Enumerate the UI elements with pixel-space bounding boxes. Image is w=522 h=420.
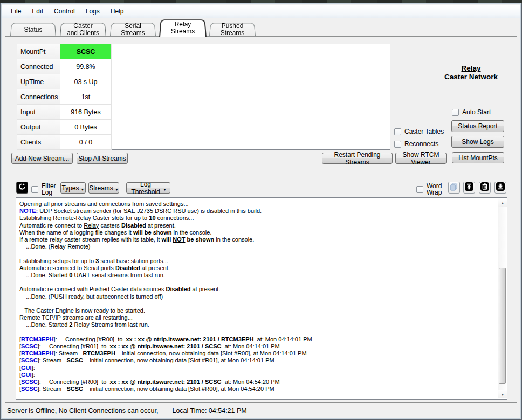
log-line: Opening all prior streams and connection… — [19, 201, 495, 208]
restart-pending-streams-button[interactable]: Restart Pending Streams — [322, 153, 393, 164]
row-label-cell: Clients — [17, 135, 60, 150]
tab-pushed-streams[interactable]: PushedStreams — [209, 22, 256, 37]
filter-log-checkbox[interactable]: Filter Log — [31, 183, 56, 196]
log-line: [RTCM3EPH]: Stream RTCM3EPH initial conn… — [19, 350, 495, 357]
checkbox-box[interactable] — [31, 186, 38, 193]
mountpt-value-cell[interactable]: SCSC — [60, 44, 112, 59]
log-line: [SCSC]: Stream SCSC initial connection, … — [19, 357, 495, 364]
menu-item-edit[interactable]: Edit — [26, 6, 49, 17]
table-row: Input916 Bytes — [17, 105, 390, 120]
tab-caster-and-clients[interactable]: Casterand Clients — [60, 22, 106, 37]
scrollbar-down-arrow-icon[interactable]: ▼ — [498, 390, 507, 398]
menu-item-file[interactable]: File — [5, 6, 26, 17]
table-row: Connected99.8% — [17, 59, 390, 74]
menu-item-help[interactable]: Help — [105, 6, 129, 17]
tab-label: Status — [24, 26, 42, 33]
log-line: If a remote-relay caster stream replies … — [19, 236, 495, 243]
checkbox-box[interactable] — [394, 128, 401, 135]
chevron-down-icon: ▼ — [115, 188, 119, 191]
reconnects-checkbox[interactable]: Reconnects — [394, 140, 438, 148]
menu-bar: File Edit Control Logs Help — [2, 5, 520, 18]
copy-log-button[interactable] — [448, 182, 460, 194]
log-line: NOTE: UDP Socket stream sender (for SAE … — [19, 208, 495, 215]
relay-title-line2: Caster Network — [427, 73, 516, 81]
show-logs-button[interactable]: Show Logs — [451, 136, 504, 148]
row-label-cell: Connected — [17, 59, 60, 74]
toolbar-separator — [123, 180, 123, 195]
chevron-down-icon: ▼ — [81, 188, 85, 191]
tab-status[interactable]: Status — [10, 22, 56, 37]
log-line: ...Done. Started 2 Relay Streams from la… — [19, 321, 495, 328]
checkbox-box[interactable] — [394, 141, 401, 148]
stop-all-streams-button[interactable]: Stop All Streams — [77, 153, 128, 164]
relay-network-title: Relay Caster Network — [427, 64, 516, 81]
scroll-bottom-button[interactable] — [494, 182, 506, 194]
status-report-button[interactable]: Status Report — [451, 120, 504, 132]
log-line: Automatic re-connect to Relay casters Di… — [19, 222, 495, 229]
list-mountpts-button[interactable]: List MountPts — [452, 152, 504, 163]
app-window: File Edit Control Logs Help Status Caste… — [0, 3, 522, 420]
status-bar: Server is Offline, No Client Connections… — [3, 404, 519, 417]
types-dropdown[interactable]: Types ▼ — [60, 182, 86, 194]
table-row: Clients0 / 0 — [17, 135, 390, 150]
arrow-down-icon — [496, 182, 505, 193]
log-line — [19, 250, 495, 257]
log-threshold-label: Log Threshold — [130, 181, 161, 196]
log-line — [19, 279, 495, 286]
log-line: [RTCM3EPH]: Connecting [#R00] to xx : xx… — [19, 336, 495, 343]
word-wrap-label-line2: Wrap — [427, 189, 442, 196]
log-line: ...Done. Started 0 UART serial streams f… — [19, 272, 495, 279]
trash-icon — [480, 182, 489, 193]
log-line: The Caster Engine is now ready to be sta… — [19, 307, 495, 314]
tab-label: Streams — [171, 28, 195, 35]
word-wrap-label: Word Wrap — [427, 183, 442, 196]
log-line: [SCSC]: Stream SCSC initial connection, … — [19, 385, 495, 393]
caster-tables-checkbox[interactable]: Caster Tables — [394, 128, 444, 135]
restart-log-button[interactable] — [16, 182, 28, 194]
row-label-cell: MountPt — [17, 44, 60, 59]
arrow-up-icon — [465, 182, 473, 193]
tab-serial-streams[interactable]: SerialStreams — [110, 22, 156, 37]
log-threshold-dropdown[interactable]: Log Threshold ▼ — [126, 182, 170, 194]
log-line: [SCSC]: Connecting [#R00] to xx : xx @ n… — [19, 378, 495, 385]
filter-log-label-line2: Log — [42, 189, 56, 196]
clear-log-button[interactable] — [479, 182, 491, 194]
local-time-text: Local Time: 04:54:21 PM — [172, 407, 246, 415]
scroll-top-button[interactable] — [463, 182, 475, 194]
streams-dropdown[interactable]: Streams ▼ — [88, 182, 119, 194]
scrollbar-thumb[interactable] — [499, 268, 506, 384]
chevron-down-icon: ▼ — [163, 188, 167, 191]
log-line: Remote TCP/IP streams are all restarting… — [19, 314, 495, 321]
filter-log-label: Filter Log — [42, 183, 56, 196]
table-row: Output0 Bytes — [17, 120, 390, 135]
tab-relay-streams[interactable]: RelayStreams — [159, 18, 207, 37]
show-rtcm-viewer-button[interactable]: Show RTCM Viewer — [395, 153, 447, 164]
add-new-stream-button[interactable]: Add New Stream... — [11, 153, 73, 164]
row-label-cell: Input — [17, 105, 60, 120]
log-scrollbar[interactable]: ▲ ▼ — [498, 198, 506, 398]
menu-item-logs[interactable]: Logs — [80, 6, 105, 17]
types-label: Types — [62, 184, 79, 192]
word-wrap-checkbox[interactable]: Word Wrap — [416, 183, 442, 196]
checkbox-box[interactable] — [416, 186, 423, 193]
checkbox-box[interactable] — [452, 109, 459, 116]
log-line: [SCSC]: Connecting [#R01] to xx : xx @ n… — [19, 343, 495, 350]
auto-start-label: Auto Start — [462, 108, 491, 116]
refresh-icon — [18, 182, 26, 193]
log-line: [GUI]: — [19, 364, 495, 371]
scrollbar-up-arrow-icon[interactable]: ▲ — [498, 198, 507, 207]
streams-label: Streams — [89, 184, 113, 192]
row-label-cell: Connections — [17, 89, 60, 105]
log-line — [19, 329, 495, 336]
log-console[interactable]: Opening all prior streams and connection… — [16, 197, 507, 400]
row-value-cell: 1st — [60, 89, 112, 105]
log-line: ...Done. (Relay-Remote) — [19, 243, 495, 250]
copy-pages-icon — [450, 182, 458, 193]
auto-start-checkbox[interactable]: Auto Start — [452, 108, 491, 116]
log-line — [19, 300, 495, 307]
stream-table: MountPtSCSCConnected99.8%UpTime03 s UpCo… — [17, 44, 390, 150]
log-line: When the name of a logging file changes … — [19, 229, 495, 236]
table-row: UpTime03 s Up — [17, 74, 390, 89]
menu-item-control[interactable]: Control — [49, 6, 80, 17]
log-line: Establishing Remote-Relay Caster slots f… — [19, 215, 495, 222]
